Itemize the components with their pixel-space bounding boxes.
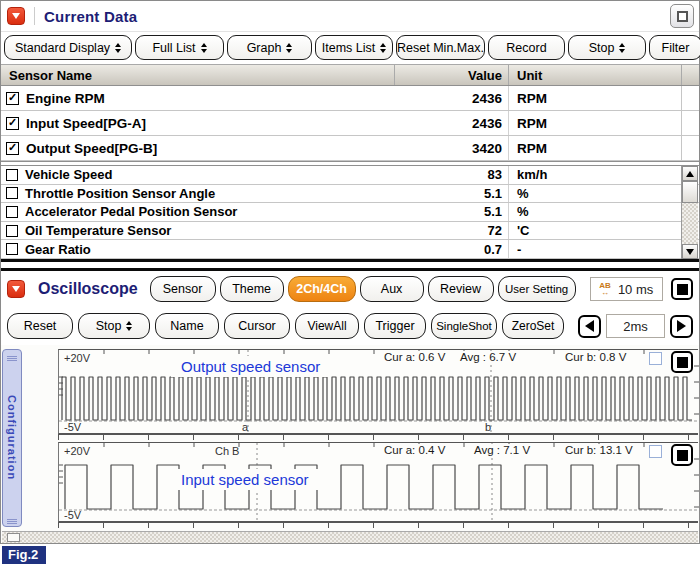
column-sensor-name: Sensor Name (1, 68, 394, 83)
viewall-button[interactable]: ViewAll (295, 313, 359, 339)
sensor-unit: % (508, 203, 681, 221)
maximize-button[interactable] (670, 4, 694, 28)
sensor-unit: RPM (508, 111, 681, 135)
scroll-up-button[interactable] (682, 166, 698, 181)
table-header: Sensor Name Value Unit (1, 64, 699, 86)
row-checkbox-unchecked[interactable] (6, 206, 18, 218)
full-list-button[interactable]: Full List (135, 35, 224, 60)
stop-button[interactable]: Stop (568, 35, 646, 60)
sensor-value: 83 (394, 167, 508, 182)
theme-button[interactable]: Theme (220, 276, 284, 302)
user-setting-button[interactable]: User Setting (498, 276, 576, 302)
table-row[interactable]: Gear Ratio 0.7 - (1, 240, 699, 259)
sensor-unit: RPM (508, 136, 681, 160)
sweep-right-button[interactable] (670, 315, 693, 338)
configuration-tab[interactable]: Configuration (2, 349, 22, 527)
arrow-up-icon (686, 171, 694, 177)
row-checkbox-unchecked[interactable] (6, 243, 18, 255)
sweep-value-display[interactable]: 2ms (606, 314, 665, 338)
button-label: Filter (662, 41, 690, 55)
button-label: ZeroSet (512, 319, 555, 333)
channel-2-display-toggle[interactable] (671, 444, 693, 466)
reset-min-max-button[interactable]: Reset Min.Max. (396, 35, 485, 60)
diagnostic-app-screen: Current Data Standard Display Full List … (0, 0, 700, 565)
standard-display-button[interactable]: Standard Display (4, 35, 132, 60)
sensor-value: 2436 (394, 91, 508, 106)
sensor-value: 5.1 (394, 186, 508, 201)
row-checkbox-unchecked[interactable] (6, 225, 18, 237)
button-label: ViewAll (307, 319, 346, 333)
row-name-cell: Oil Temperature Sensor (1, 223, 394, 238)
table-row[interactable]: Accelerator Pedal Position Sensor 5.1 % (1, 203, 699, 222)
row-checkbox-checked[interactable] (6, 142, 19, 155)
sweep-value: 2ms (623, 319, 648, 334)
button-label: Review (440, 282, 481, 296)
timebase-display[interactable]: AB 10 ms (590, 277, 663, 301)
channel-2-top-voltage-label: +20V (64, 445, 90, 457)
name-button[interactable]: Name (155, 313, 219, 339)
filled-square-icon (677, 284, 688, 295)
table-row[interactable]: Engine RPM 2436 RPM (1, 86, 699, 111)
column-value: Value (394, 65, 508, 85)
zeroset-button[interactable]: ZeroSet (502, 313, 564, 339)
sensor-name: Gear Ratio (25, 242, 91, 257)
row-checkbox-unchecked[interactable] (6, 187, 18, 199)
channel-1-cursor-b-value: Cur b: 0.8 V (562, 351, 629, 363)
window-menu-icon[interactable] (7, 7, 25, 25)
row-spacer (681, 86, 699, 110)
oscilloscope-title: Oscilloscope (38, 280, 138, 298)
button-label: Full List (152, 41, 195, 55)
channel-1-checkbox[interactable] (649, 352, 662, 365)
2ch-4ch-button[interactable]: 2Ch/4Ch (288, 276, 356, 302)
oscilloscope-header: Oscilloscope Sensor Theme 2Ch/4Ch Aux Re… (1, 271, 699, 307)
sensor-name: Engine RPM (26, 91, 105, 106)
review-button[interactable]: Review (428, 276, 494, 302)
table-row[interactable]: Output Speed[PG-B] 3420 RPM (1, 136, 699, 161)
button-label: Graph (247, 41, 282, 55)
vertical-scrollbar[interactable] (681, 166, 698, 259)
sensor-name: Accelerator Pedal Position Sensor (25, 204, 237, 219)
reset-button[interactable]: Reset (7, 313, 73, 339)
filter-button[interactable]: Filter (649, 35, 700, 60)
table-row[interactable]: Oil Temperature Sensor 72 'C (1, 222, 699, 241)
sensor-value: 3420 (394, 141, 508, 156)
sweep-left-button[interactable] (578, 315, 601, 338)
grip-icon (7, 356, 17, 357)
sensor-unit: - (508, 240, 681, 258)
horizontal-scrollbar-thumb[interactable] (7, 533, 20, 542)
table-row[interactable]: Vehicle Speed 83 km/h (1, 166, 699, 185)
scope-area: Configuration +20V -5V Output speed sens… (1, 345, 699, 543)
scrollbar-thumb[interactable] (682, 181, 698, 203)
oscilloscope-channel-1: +20V -5V Output speed sensor Cur a: 0.6 … (58, 349, 698, 434)
table-row[interactable]: Throttle Position Sensor Angle 5.1 % (1, 185, 699, 204)
sensor-unit: 'C (508, 222, 681, 240)
record-button[interactable]: Record (488, 35, 565, 60)
arrow-left-icon (585, 320, 594, 332)
button-label: Items List (322, 41, 376, 55)
trigger-button[interactable]: Trigger (364, 313, 426, 339)
singleshot-button[interactable]: SingleShot (431, 313, 497, 339)
cursor-b-mark: b (485, 421, 491, 433)
sensor-button[interactable]: Sensor (150, 276, 216, 302)
row-checkbox-unchecked[interactable] (6, 169, 18, 181)
channel-1-display-toggle[interactable] (671, 351, 693, 373)
horizontal-scrollbar[interactable] (2, 531, 698, 543)
scroll-down-button[interactable] (682, 244, 698, 259)
cursor-button[interactable]: Cursor (224, 313, 290, 339)
button-label: 2Ch/4Ch (296, 282, 347, 296)
aux-button[interactable]: Aux (360, 276, 424, 302)
button-label: Aux (381, 282, 403, 296)
button-label: SingleShot (436, 320, 492, 332)
row-checkbox-checked[interactable] (6, 117, 19, 130)
configuration-tab-label: Configuration (6, 363, 18, 513)
row-checkbox-checked[interactable] (6, 92, 19, 105)
time-axis-ticks-1 (58, 434, 698, 441)
channel-2-checkbox[interactable] (649, 445, 662, 458)
items-list-button[interactable]: Items List (315, 35, 393, 60)
graph-button[interactable]: Graph (227, 35, 312, 60)
oscilloscope-display-toggle[interactable] (671, 278, 693, 300)
oscilloscope-menu-icon[interactable] (7, 280, 25, 298)
osc-stop-button[interactable]: Stop (78, 313, 150, 339)
table-row[interactable]: Input Speed[PG-A] 2436 RPM (1, 111, 699, 136)
page-title: Current Data (44, 8, 137, 25)
